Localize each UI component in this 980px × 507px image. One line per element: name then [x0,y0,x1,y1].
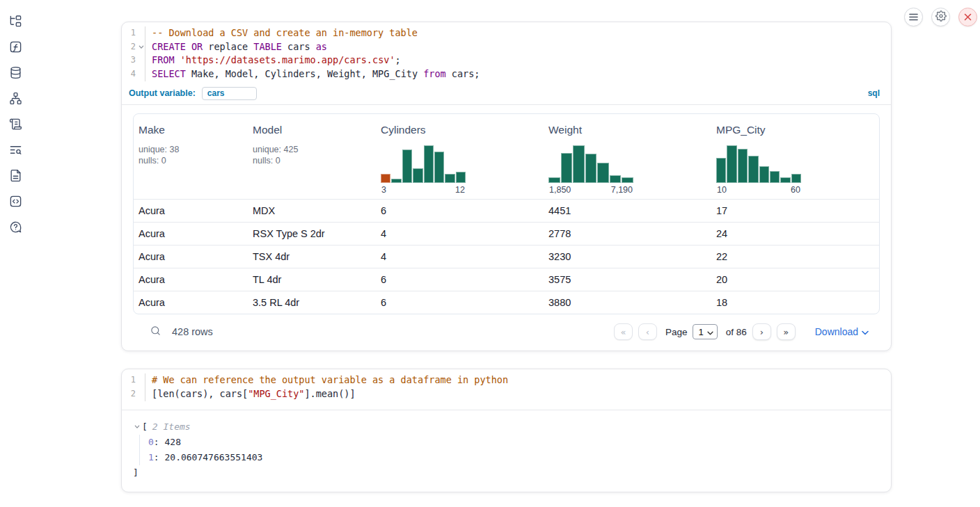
page-select-value: 1 [698,327,703,337]
language-badge: sql [868,88,880,98]
histogram-bar [402,150,412,183]
histogram-bar [727,145,736,183]
page-select[interactable]: 1 [693,324,717,339]
histogram-bar [748,156,758,183]
file-tree-icon [9,15,22,31]
histogram-bar [561,153,573,183]
chevron-down-icon [707,327,713,337]
table-body: AcuraMDX6445117AcuraRSX Type S 2dr427782… [134,199,879,314]
code-line[interactable]: 2CREATE OR replace TABLE cars as [122,40,891,54]
histogram-bar [585,154,597,183]
histogram-bar [791,174,801,183]
last-page-button[interactable]: » [777,323,796,340]
left-sidebar [0,0,31,235]
close-button[interactable] [958,8,977,26]
histogram-bar [780,177,790,183]
database-icon [9,66,22,82]
scroll-icon [9,118,22,134]
sidebar-item-documentation[interactable] [8,170,22,184]
sidebar-item-dependencies[interactable] [8,92,22,106]
next-page-button[interactable]: › [752,323,771,340]
histogram-bar [445,174,455,183]
sidebar-item-scratchpad[interactable] [8,118,22,132]
code-line[interactable]: 1# We can reference the output variable … [122,373,891,387]
histogram-bar [424,145,434,183]
tree-item-count: 2 Items [152,419,191,435]
code-line[interactable]: 2[len(cars), cars["MPG_City"].mean()] [122,387,891,401]
table-row[interactable]: AcuraTL 4dr6357520 [134,268,879,291]
python-output-tree: [2 Items0: 4281: 20.060747663551403] [133,419,880,481]
output-variable-input[interactable] [202,87,257,100]
sidebar-item-variables[interactable] [8,41,22,55]
page-label: Page [665,327,688,337]
column-header-cylinders[interactable]: Cylinders312 [376,114,544,200]
histogram-bar [413,168,422,183]
list-search-icon [9,143,22,159]
tree-collapse-chevron-icon[interactable] [133,424,141,430]
line-number-gutter: 3 [122,54,145,67]
histogram-bar [610,175,622,183]
prev-page-button[interactable]: ‹ [638,323,657,340]
chevron-right-icon: › [760,327,764,337]
histogram-bar [548,177,560,183]
line-number-gutter: 2 [122,40,145,54]
sidebar-item-snippets[interactable] [8,195,22,209]
code-line[interactable]: 3FROM 'https://datasets.marimo.app/cars.… [122,54,891,67]
table-row[interactable]: AcuraRSX Type S 2dr4277824 [134,222,879,245]
row-count: 428 rows [172,326,213,337]
chevron-left-icon: ‹ [646,327,649,337]
help-icon [9,220,22,236]
sidebar-item-files[interactable] [8,15,22,29]
sql-cell: 1-- Download a CSV and create an in-memo… [121,22,892,351]
code-snippets-icon [9,195,22,211]
line-number-gutter: 4 [122,67,145,81]
column-header-weight[interactable]: Weight1,8507,190 [544,114,711,200]
python-code-editor[interactable]: 1# We can reference the output variable … [122,369,891,409]
table-header-row: Makeunique: 38nulls: 0Modelunique: 425nu… [134,114,879,200]
fold-chevron-icon[interactable] [137,43,145,51]
sql-code-lines: 1-- Download a CSV and create an in-memo… [122,26,891,81]
column-header-mpg_city[interactable]: MPG_City1060 [711,114,879,200]
code-line[interactable]: 1-- Download a CSV and create an in-memo… [122,26,891,40]
pagination: « ‹ Page 1 of 86 › » Download [614,323,869,340]
histogram-bar [434,152,444,183]
tree-item: 1: 20.060747663551403 [148,450,880,465]
histogram-weight: 1,8507,190 [548,144,633,195]
histogram-bar [759,166,769,183]
sidebar-item-logs[interactable] [8,144,22,158]
histogram-bar [456,172,466,183]
output-variable-label: Output variable: [129,88,196,98]
dependency-graph-icon [9,92,22,108]
search-icon [150,325,161,339]
tree-item: 0: 428 [148,435,880,450]
line-number-gutter: 1 [122,373,145,387]
first-page-button[interactable]: « [614,323,633,340]
python-cell: 1# We can reference the output variable … [121,369,892,492]
histogram-bar [573,145,585,183]
code-line[interactable]: 4SELECT Make, Model, Cylinders, Weight, … [122,67,891,81]
histogram-bar [770,171,780,183]
histogram-bar [597,163,609,183]
table-row[interactable]: AcuraMDX6445117 [134,199,879,222]
top-actions [904,8,977,26]
table-row[interactable]: AcuraTSX 4dr4323022 [134,245,879,268]
settings-button[interactable] [931,8,950,26]
column-header-model[interactable]: Modelunique: 425nulls: 0 [248,114,376,200]
column-header-make[interactable]: Makeunique: 38nulls: 0 [134,114,248,200]
hamburger-icon [909,11,918,24]
sql-code-editor[interactable]: 1-- Download a CSV and create an in-memo… [122,22,891,85]
sidebar-item-help[interactable] [8,221,22,235]
python-code-lines: 1# We can reference the output variable … [122,373,891,401]
sidebar-item-datasources[interactable] [8,67,22,81]
menu-button[interactable] [904,8,923,26]
notebook-area: 1-- Download a CSV and create an in-memo… [121,22,892,492]
histogram-bar [381,174,390,183]
table-row[interactable]: Acura3.5 RL 4dr6388018 [134,291,879,314]
search-button[interactable] [150,325,161,339]
table-footer: 428 rows « ‹ Page 1 of 86 › » Download [133,314,880,351]
histogram-bar [622,177,633,183]
chevrons-right-icon: » [783,327,789,337]
python-cell-output: [2 Items0: 4281: 20.060747663551403] [122,410,891,492]
histogram-bar [391,179,401,183]
download-button[interactable]: Download [815,326,869,337]
